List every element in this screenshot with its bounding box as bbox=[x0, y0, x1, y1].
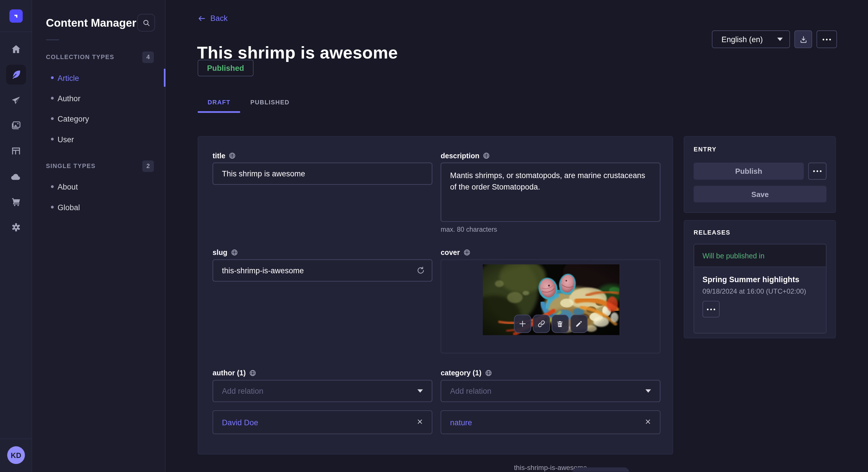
sidebar-item-about[interactable]: About bbox=[32, 176, 165, 197]
nav-item-marketplace[interactable] bbox=[6, 192, 26, 212]
main-nav-rail: KD bbox=[0, 0, 32, 472]
cover-delete-button[interactable] bbox=[551, 314, 569, 333]
section-label-single-types: SINGLE TYPES bbox=[46, 163, 96, 169]
more-icon bbox=[813, 170, 822, 172]
bullet-icon bbox=[51, 117, 54, 120]
title-input-value: This shrimp is awesome bbox=[222, 169, 305, 178]
title-label-text: title bbox=[213, 151, 226, 160]
sidebar-item-label: Global bbox=[58, 203, 80, 212]
nav-item-content-type-builder[interactable] bbox=[6, 141, 26, 161]
sidebar-item-global[interactable]: Global bbox=[32, 197, 165, 217]
pencil-icon bbox=[575, 320, 583, 328]
cloud-icon bbox=[10, 171, 22, 182]
cover-label-text: cover bbox=[441, 248, 460, 256]
download-button[interactable] bbox=[794, 30, 812, 48]
entry-more-button[interactable] bbox=[808, 163, 827, 180]
sidebar-item-label: Category bbox=[58, 114, 89, 123]
sidebar-title: Content Manager bbox=[46, 14, 136, 32]
release-details: Spring Summer highlights 09/18/2024 at 1… bbox=[694, 267, 826, 333]
cover-copy-link-button[interactable] bbox=[532, 314, 550, 333]
entry-panel-title: ENTRY bbox=[693, 146, 716, 153]
draft-published-tabs: DRAFT PUBLISHED bbox=[197, 93, 299, 112]
sidebar-item-author[interactable]: Author bbox=[32, 88, 165, 108]
category-field-label: category (1) bbox=[441, 368, 492, 377]
cover-field-label: cover bbox=[441, 248, 470, 257]
description-hint: max. 80 characters bbox=[441, 226, 497, 233]
entry-panel: ENTRY Publish Save bbox=[684, 136, 836, 213]
sidebar-item-label: Author bbox=[58, 94, 81, 103]
gear-icon bbox=[10, 222, 22, 233]
regenerate-slug-button[interactable] bbox=[416, 266, 425, 277]
user-avatar[interactable]: KD bbox=[7, 446, 25, 464]
title-input[interactable]: This shrimp is awesome bbox=[213, 163, 433, 185]
sidebar-item-article[interactable]: Article bbox=[32, 67, 165, 88]
bullet-icon bbox=[51, 76, 54, 79]
close-icon bbox=[417, 419, 423, 425]
description-textarea[interactable]: Mantis shrimps, or stomatopods, are mari… bbox=[441, 163, 660, 222]
category-relation-link[interactable]: nature bbox=[450, 418, 472, 427]
nav-item-home[interactable] bbox=[6, 39, 26, 59]
nav-item-content-manager[interactable] bbox=[6, 65, 26, 85]
more-icon bbox=[823, 38, 831, 40]
search-icon bbox=[142, 19, 150, 27]
slug-input-value: this-shrimp-is-awesome bbox=[222, 266, 304, 275]
nav-item-deploy[interactable] bbox=[6, 166, 26, 186]
more-icon bbox=[707, 308, 715, 310]
header-more-button[interactable] bbox=[817, 30, 837, 48]
author-remove-button[interactable] bbox=[417, 419, 423, 426]
cover-actions-toolbar bbox=[514, 314, 587, 333]
back-link[interactable]: Back bbox=[197, 14, 227, 23]
bullet-icon bbox=[51, 185, 54, 188]
nav-item-media-library[interactable] bbox=[6, 115, 26, 135]
description-field-label: description bbox=[441, 151, 490, 160]
sidebar-item-label: About bbox=[58, 182, 78, 191]
globe-icon bbox=[249, 369, 256, 376]
nav-item-settings[interactable] bbox=[6, 217, 26, 237]
save-button[interactable]: Save bbox=[693, 186, 826, 202]
nav-item-send[interactable] bbox=[6, 90, 26, 110]
cover-edit-button[interactable] bbox=[570, 314, 587, 333]
sidebar-item-user[interactable]: User bbox=[32, 129, 165, 149]
cover-field: this-shrimp-is-awesome bbox=[441, 259, 660, 353]
release-more-button[interactable] bbox=[702, 301, 720, 317]
category-relation-item: nature bbox=[441, 410, 660, 434]
slug-label-text: slug bbox=[213, 248, 228, 256]
paper-plane-icon bbox=[11, 95, 21, 105]
cover-add-button[interactable] bbox=[514, 314, 531, 333]
title-field-label: title bbox=[213, 151, 236, 160]
main-content: Back This shrimp is awesome Published En… bbox=[166, 0, 868, 472]
tab-draft-label: DRAFT bbox=[208, 99, 230, 105]
globe-icon bbox=[463, 248, 470, 256]
tab-published-label: PUBLISHED bbox=[250, 99, 289, 105]
refresh-icon bbox=[416, 266, 425, 275]
sidebar-item-category[interactable]: Category bbox=[32, 108, 165, 129]
search-button[interactable] bbox=[137, 14, 155, 32]
entry-form-card: title This shrimp is awesome description… bbox=[197, 136, 673, 454]
release-item[interactable]: Will be published in Spring Summer highl… bbox=[693, 244, 826, 333]
author-relation-link[interactable]: David Doe bbox=[222, 418, 258, 427]
locale-selector[interactable]: English (en) bbox=[712, 30, 790, 48]
tab-draft[interactable]: DRAFT bbox=[197, 93, 240, 112]
back-arrow-icon bbox=[197, 14, 206, 22]
releases-panel: RELEASES Will be published in Spring Sum… bbox=[684, 220, 836, 339]
single-types-count: 2 bbox=[143, 160, 154, 171]
strapi-logo[interactable] bbox=[9, 9, 22, 23]
category-relation-dropdown[interactable]: Add relation bbox=[441, 380, 660, 402]
release-date: 09/18/2024 at 16:00 (UTC+02:00) bbox=[702, 288, 817, 295]
feather-icon bbox=[10, 69, 22, 80]
close-icon bbox=[645, 419, 651, 425]
strapi-logo-glyph bbox=[12, 12, 20, 20]
home-icon bbox=[10, 43, 22, 55]
link-icon bbox=[537, 320, 546, 328]
tab-published[interactable]: PUBLISHED bbox=[241, 93, 300, 112]
slug-input[interactable]: this-shrimp-is-awesome bbox=[213, 259, 433, 281]
chevron-down-icon bbox=[417, 390, 423, 393]
publish-button[interactable]: Publish bbox=[693, 163, 804, 180]
release-status: Will be published in bbox=[694, 244, 826, 267]
bullet-icon bbox=[51, 97, 54, 100]
category-remove-button[interactable] bbox=[645, 419, 651, 426]
author-relation-dropdown[interactable]: Add relation bbox=[213, 380, 433, 402]
floating-toolbar-partial bbox=[572, 467, 629, 472]
description-value: Mantis shrimps, or stomatopods, are mari… bbox=[450, 170, 651, 193]
globe-icon bbox=[483, 152, 490, 159]
